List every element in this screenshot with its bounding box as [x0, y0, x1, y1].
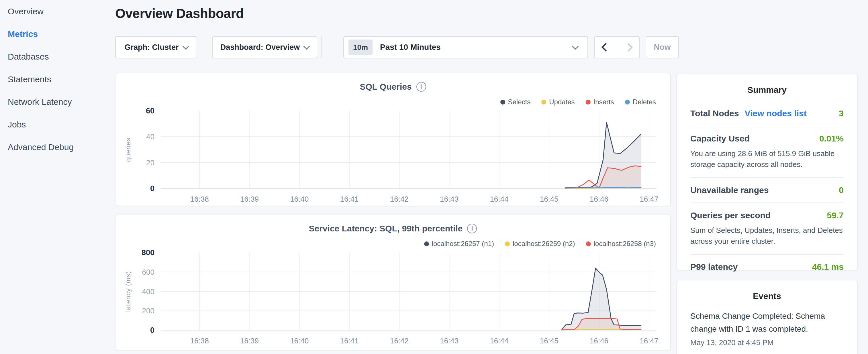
svg-text:16:38: 16:38 [190, 336, 209, 345]
sql-queries-chart[interactable]: 16:3816:3916:4016:4116:4216:4316:4416:45… [116, 73, 671, 206]
summary-row-capacity-used: Capacity Used 0.01% You are using 28.6 M… [690, 126, 844, 177]
now-button[interactable]: Now [646, 36, 679, 58]
svg-text:16:38: 16:38 [190, 195, 209, 203]
event-timestamp: May 13, 2020 at 4:45 PM [690, 338, 844, 347]
svg-text:queries: queries [124, 137, 132, 162]
svg-text:latency (ms): latency (ms) [124, 271, 132, 312]
svg-text:16:46: 16:46 [590, 336, 608, 345]
svg-text:20: 20 [146, 158, 154, 167]
summary-value: 3 [839, 108, 844, 118]
summary-value: 59.7 [827, 211, 844, 220]
svg-text:16:42: 16:42 [390, 195, 409, 203]
time-range-selector[interactable]: 10m Past 10 Minutes [343, 36, 588, 58]
svg-text:16:43: 16:43 [440, 195, 459, 203]
time-step-buttons [594, 36, 640, 58]
summary-row-unavailable-ranges: Unavailable ranges 0 [690, 177, 844, 202]
svg-text:40: 40 [146, 132, 154, 141]
graph-dropdown-label: Graph: Cluster [124, 43, 179, 52]
svg-text:0: 0 [150, 184, 154, 193]
svg-text:600: 600 [142, 268, 154, 277]
svg-text:400: 400 [142, 287, 154, 296]
summary-row-p99-latency: P99 latency 46.1 ms [690, 254, 844, 279]
svg-text:16:41: 16:41 [340, 195, 359, 203]
page-title: Overview Dashboard [115, 6, 244, 21]
svg-text:16:47: 16:47 [640, 195, 658, 203]
time-step-forward-button[interactable] [617, 37, 639, 58]
svg-text:16:43: 16:43 [440, 336, 459, 345]
svg-text:16:47: 16:47 [640, 336, 658, 345]
svg-text:16:39: 16:39 [240, 195, 259, 203]
event-item: Schema Change Completed: Schema change w… [690, 310, 844, 347]
svg-text:800: 800 [142, 248, 154, 257]
summary-row-queries-per-second: Queries per second 59.7 Sum of Selects, … [690, 202, 844, 254]
view-nodes-list-link[interactable]: View nodes list [744, 108, 806, 118]
svg-text:16:45: 16:45 [540, 336, 559, 345]
sidebar-item-databases[interactable]: Databases [0, 45, 109, 68]
chevron-left-icon [601, 43, 610, 52]
svg-text:16:40: 16:40 [290, 336, 309, 345]
events-panel: Events Schema Change Completed: Schema c… [676, 280, 858, 354]
sidebar-item-metrics[interactable]: Metrics [0, 23, 109, 45]
sql-queries-chart-card: SQL Queries i SelectsUpdatesInsertsDelet… [115, 73, 671, 206]
sidebar-item-jobs[interactable]: Jobs [0, 113, 109, 136]
svg-text:16:45: 16:45 [540, 195, 559, 203]
service-latency-chart[interactable]: 16:3816:3916:4016:4116:4216:4316:4416:45… [116, 215, 671, 351]
summary-value: 0.01% [819, 134, 844, 143]
events-heading: Events [677, 291, 858, 301]
svg-text:16:41: 16:41 [340, 336, 359, 345]
summary-rows: Total Nodes View nodes list 3 Capacity U… [690, 101, 844, 279]
summary-label: Unavailable ranges [690, 185, 769, 195]
sidebar-item-advanced-debug[interactable]: Advanced Debug [0, 136, 109, 158]
summary-label: P99 latency [690, 262, 738, 272]
svg-text:0: 0 [150, 326, 154, 334]
sidebar-item-statements[interactable]: Statements [0, 68, 109, 91]
summary-value: 46.1 ms [812, 262, 844, 272]
svg-text:16:42: 16:42 [390, 336, 409, 345]
time-range-label: Past 10 Minutes [380, 43, 441, 52]
summary-label: Queries per second [690, 211, 771, 220]
graph-dropdown[interactable]: Graph: Cluster [115, 36, 197, 58]
sidebar: Overview Metrics Databases Statements Ne… [0, 0, 109, 354]
sidebar-item-network-latency[interactable]: Network Latency [0, 91, 109, 113]
dashboard-dropdown-label: Dashboard: Overview [220, 43, 300, 52]
time-range-badge: 10m [348, 39, 373, 55]
event-text: Schema Change Completed: Schema change w… [690, 310, 844, 335]
sidebar-item-overview[interactable]: Overview [0, 0, 109, 23]
summary-label: Total Nodes [690, 108, 739, 118]
summary-value: 0 [839, 185, 844, 195]
svg-text:16:46: 16:46 [590, 195, 608, 203]
summary-description: You are using 28.6 MiB of 515.9 GiB usab… [690, 148, 844, 170]
chevron-right-icon [624, 43, 633, 52]
dashboard-dropdown[interactable]: Dashboard: Overview [212, 36, 317, 58]
summary-label: Capacity Used [690, 134, 750, 143]
summary-heading: Summary [677, 85, 858, 95]
svg-text:16:40: 16:40 [290, 195, 309, 203]
chevron-down-icon [304, 43, 310, 50]
service-latency-chart-card: Service Latency: SQL, 99th percentile i … [115, 215, 671, 350]
svg-text:16:39: 16:39 [240, 336, 259, 345]
summary-panel: Summary Total Nodes View nodes list 3 Ca… [676, 74, 858, 270]
svg-text:200: 200 [142, 307, 154, 315]
svg-text:16:44: 16:44 [490, 195, 508, 203]
app-root: Overview Metrics Databases Statements Ne… [0, 0, 868, 354]
chevron-down-icon [572, 43, 579, 50]
svg-text:16:44: 16:44 [490, 336, 508, 345]
chevron-down-icon [182, 43, 189, 50]
time-step-back-button[interactable] [595, 37, 617, 58]
summary-description: Sum of Selects, Updates, Inserts, and De… [690, 225, 844, 247]
controls-divider [321, 36, 321, 58]
summary-row-total-nodes: Total Nodes View nodes list 3 [690, 101, 844, 126]
svg-text:60: 60 [146, 106, 154, 115]
